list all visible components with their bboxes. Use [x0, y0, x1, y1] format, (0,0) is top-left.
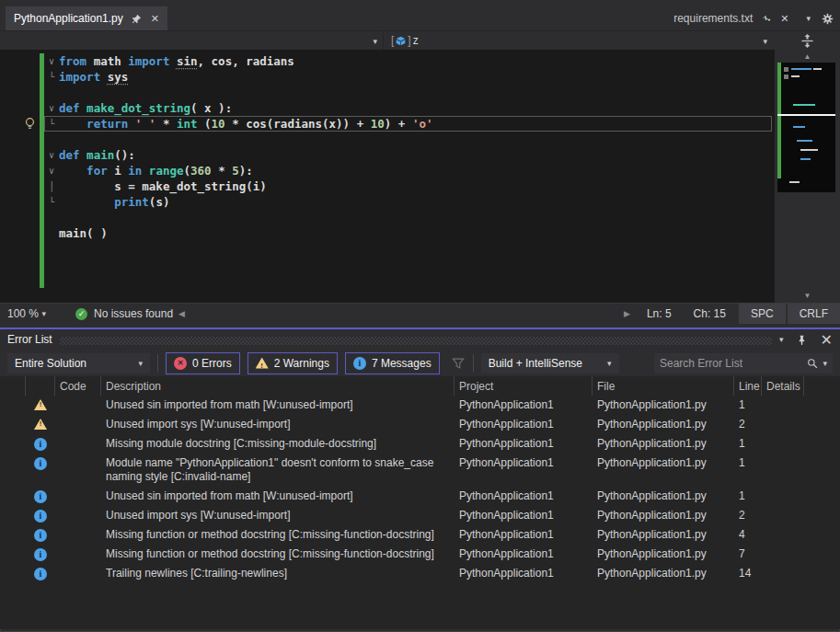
info-icon: [34, 529, 47, 542]
chevron-down-icon: ▾: [373, 37, 377, 46]
outline-glyph: └: [44, 194, 59, 210]
chevron-down-icon: ▾: [598, 359, 612, 368]
eol-indicator[interactable]: CRLF: [788, 304, 840, 324]
error-row[interactable]: Unused import sys [W:unused-import]Pytho…: [0, 415, 840, 434]
outline-glyph[interactable]: ∨: [44, 53, 59, 69]
gear-icon[interactable]: [820, 11, 834, 26]
column-header-file[interactable]: File: [593, 376, 734, 396]
outline-glyph[interactable]: ∨: [44, 163, 59, 178]
error-row[interactable]: Trailing newlines [C:trailing-newlines]P…: [0, 564, 840, 583]
lightbulb-icon[interactable]: [23, 117, 37, 131]
type-dropdown[interactable]: ▾: [0, 31, 384, 50]
cell-line: 1: [734, 487, 762, 506]
close-tab-icon[interactable]: ✕: [780, 13, 788, 25]
zoom-selector[interactable]: 100 % ▾: [0, 304, 53, 324]
search-input[interactable]: [660, 357, 802, 370]
code-line[interactable]: │ s = make_dot_string(i): [44, 178, 772, 194]
visual-studio-window: PythonApplication1.py ✕ requirements.txt…: [0, 0, 840, 632]
cell-line: 1: [734, 434, 762, 454]
code-line[interactable]: ∨ for i in range(360 * 5):: [44, 163, 772, 178]
warnings-filter-button[interactable]: 2 Warnings: [247, 352, 338, 374]
code-line[interactable]: ∨from math import sin, cos, radians: [44, 53, 772, 69]
search-box[interactable]: ▾: [654, 353, 833, 373]
code-line[interactable]: main( ): [44, 225, 772, 241]
scroll-down-icon[interactable]: ▼: [775, 292, 840, 300]
cell-project: PythonApplication1: [455, 487, 593, 506]
cell-file: PythonApplication1.py: [593, 506, 734, 525]
filter-icon[interactable]: [451, 356, 466, 371]
cell-project: PythonApplication1: [455, 454, 593, 487]
chevron-down-icon: ▾: [129, 359, 143, 368]
cell-file: PythonApplication1.py: [593, 434, 734, 454]
outline-glyph[interactable]: ∨: [44, 100, 59, 116]
spaces-indicator[interactable]: SPC: [739, 304, 786, 324]
close-tab-icon[interactable]: ✕: [151, 13, 159, 25]
error-icon: [174, 357, 187, 370]
pin-icon[interactable]: [795, 332, 810, 347]
scroll-left-icon[interactable]: ◀: [173, 309, 190, 318]
error-row[interactable]: Unused sin imported from math [W:unused-…: [0, 396, 840, 415]
error-row[interactable]: Missing function or method docstring [C:…: [0, 525, 840, 545]
code-line[interactable]: [44, 85, 772, 100]
member-dropdown[interactable]: [ ] z ▾: [384, 31, 775, 50]
vertical-scrollbar-minimap[interactable]: ▲ ▼: [775, 50, 840, 303]
cell-file: PythonApplication1.py: [593, 564, 734, 583]
document-tab-bar: PythonApplication1.py ✕ requirements.txt…: [0, 0, 840, 30]
outline-glyph: [44, 85, 59, 100]
cell-line: 4: [734, 525, 762, 545]
cell-project: PythonApplication1: [455, 396, 593, 415]
tab-label: requirements.txt: [673, 12, 753, 25]
error-list-title-bar[interactable]: Error List ▾ ✕: [0, 329, 840, 350]
cell-description: Unused sin imported from math [W:unused-…: [101, 396, 455, 415]
column-indicator: Ch: 15: [683, 307, 737, 320]
horizontal-scrollbar[interactable]: ◀ ▶: [173, 304, 636, 324]
code-editor[interactable]: ∨from math import sin, cos, radians└impo…: [0, 50, 840, 303]
code-line[interactable]: └ print(s): [44, 194, 772, 210]
cell-line: 1: [734, 454, 762, 487]
code-line[interactable]: └ return ' ' * int (10 * cos(radians(x))…: [44, 116, 772, 132]
source-dropdown[interactable]: Build + IntelliSense ▾: [481, 353, 619, 373]
column-header-project[interactable]: Project: [455, 376, 593, 396]
search-options-chevron-icon[interactable]: ▾: [823, 359, 827, 368]
column-header-line[interactable]: Line: [734, 376, 762, 396]
cell-file: PythonApplication1.py: [593, 545, 734, 564]
outline-glyph[interactable]: ∨: [44, 147, 59, 163]
column-header-description[interactable]: Description: [101, 376, 455, 396]
window-position-chevron-icon[interactable]: ▾: [779, 335, 784, 344]
code-line[interactable]: [44, 132, 772, 147]
error-row[interactable]: Unused import sys [W:unused-import]Pytho…: [0, 506, 840, 525]
error-row[interactable]: Unused sin imported from math [W:unused-…: [0, 487, 840, 506]
column-header-details[interactable]: Details: [762, 376, 804, 396]
issues-message: No issues found: [94, 307, 173, 320]
error-row[interactable]: Module name "PythonApplication1" doesn't…: [0, 454, 840, 487]
cell-description: Unused sin imported from math [W:unused-…: [101, 487, 455, 506]
error-row[interactable]: Missing function or method docstring [C:…: [0, 545, 840, 564]
close-panel-icon[interactable]: ✕: [821, 331, 833, 349]
tab-requirements[interactable]: requirements.txt ✕: [665, 6, 797, 30]
code-line[interactable]: ∨def main():: [44, 147, 772, 163]
column-header-code[interactable]: Code: [55, 376, 101, 396]
scope-dropdown[interactable]: Entire Solution ▾: [7, 353, 150, 373]
panel-drag-grip: [60, 337, 772, 345]
error-row[interactable]: Missing module docstring [C:missing-modu…: [0, 434, 840, 454]
cell-file: PythonApplication1.py: [593, 454, 734, 487]
code-line[interactable]: └import sys: [44, 69, 772, 85]
outline-glyph: [44, 210, 59, 225]
errors-filter-button[interactable]: 0 Errors: [166, 352, 240, 374]
cell-file: PythonApplication1.py: [593, 525, 734, 545]
editor-splitter-handle[interactable]: [775, 31, 840, 50]
tab-list-chevron-icon[interactable]: ▾: [806, 14, 811, 23]
warning-icon: [34, 419, 47, 430]
tab-pythonapplication1[interactable]: PythonApplication1.py ✕: [6, 6, 167, 30]
cell-description: Missing function or method docstring [C:…: [101, 525, 455, 545]
scroll-up-icon[interactable]: ▲: [775, 52, 840, 61]
code-line[interactable]: [44, 210, 772, 225]
messages-filter-button[interactable]: 7 Messages: [345, 352, 440, 374]
keep-open-icon[interactable]: [759, 11, 774, 26]
code-line[interactable]: ∨def make_dot_string( x ):: [44, 100, 772, 116]
minimap[interactable]: [777, 63, 835, 192]
info-icon: [34, 568, 47, 580]
scroll-right-icon[interactable]: ▶: [618, 309, 636, 318]
pin-icon[interactable]: [130, 11, 144, 26]
chevron-down-icon: ▾: [41, 309, 46, 318]
